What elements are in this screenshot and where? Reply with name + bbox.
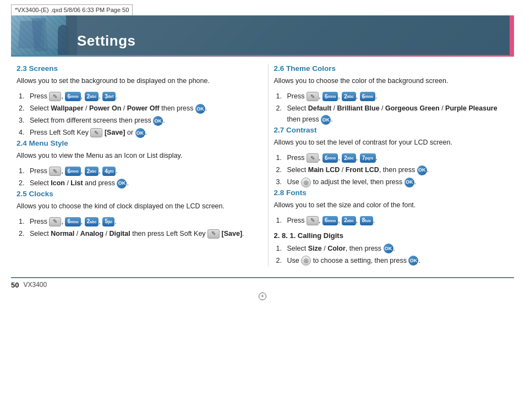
- key-6mno: 6mno: [322, 92, 338, 101]
- section-clocks: 2.5 Clocks Allows you to choose the kind…: [17, 190, 251, 239]
- ok-btn: OK: [408, 256, 418, 266]
- file-info-bar: *VX3400-(E) .qxd 5/8/06 6:33 PM Page 50: [11, 4, 133, 15]
- header-image: Settings: [11, 15, 514, 55]
- section-calling-digits: 2. 8. 1. Calling Digits 1. Select Size /…: [274, 231, 509, 266]
- ok-btn: OK: [384, 244, 393, 253]
- left-column: 2.3 Screens Allows you to set the backgr…: [17, 64, 257, 267]
- right-column: 2.6 Theme Colors Allows you to choose th…: [268, 64, 509, 267]
- section-heading-calling-digits: 2. 8. 1. Calling Digits: [274, 231, 509, 240]
- section-heading-fonts: 2.8 Fonts: [274, 189, 509, 197]
- section-body-menu-style: Allows you to view the Menu as an Icon o…: [17, 151, 251, 161]
- header-title-bar: Settings: [66, 15, 510, 55]
- bottom-registration: [0, 292, 525, 300]
- key-6mno: 6mno: [65, 217, 80, 226]
- section-body-screens: Allows you to set the background to be d…: [17, 76, 251, 86]
- nav-btn: ◎: [301, 178, 311, 187]
- list-item: 3. Select from different screens then pr…: [19, 115, 251, 126]
- key-4ghi: 4ghi: [102, 167, 116, 176]
- page-model: VX3400: [23, 281, 47, 289]
- save-icon: ✎: [90, 128, 102, 137]
- section-heading-contrast: 2.7 Contrast: [274, 126, 509, 134]
- section-body-contrast: Allows you to set the level of contrast …: [274, 137, 509, 148]
- ok-btn: OK: [404, 178, 414, 187]
- section-heading-menu-style: 2.4 Menu Style: [17, 139, 251, 147]
- list-item: 2. Select Default / Brilliant Blue / Gor…: [276, 103, 509, 125]
- page-number: 50: [11, 281, 19, 289]
- menu-icon: ✎: [307, 92, 319, 101]
- list-item: 1. Press ✎, 6mno, 2abc, 5jkl.: [19, 216, 251, 227]
- key-2abc: 2abc: [342, 216, 356, 225]
- key-6mno: 6mno: [65, 92, 80, 101]
- section-menu-style: 2.4 Menu Style Allows you to view the Me…: [17, 139, 251, 189]
- list-item: 4. Press Left Soft Key ✎ [Save] or OK.: [19, 127, 251, 138]
- section-screens: 2.3 Screens Allows you to set the backgr…: [17, 64, 251, 138]
- section-fonts: 2.8 Fonts Allows you to set the size and…: [274, 189, 509, 226]
- key-6mno: 6mno: [322, 216, 338, 225]
- list-item: 2. Select Wallpaper / Power On / Power O…: [19, 103, 251, 114]
- key-5jkl: 5jkl: [102, 217, 114, 226]
- menu-icon: ✎: [49, 167, 61, 176]
- ok-btn: OK: [417, 165, 427, 175]
- ok-btn: OK: [135, 128, 145, 138]
- key-2abc: 2abc: [85, 217, 99, 226]
- section-list-menu-style: 1. Press ✎, 6mno, 2abc, 4ghi. 2. Select …: [19, 165, 251, 189]
- menu-icon: ✎: [307, 216, 319, 225]
- header-accent-bar: [510, 15, 514, 55]
- section-list-screens: 1. Press ✎, 6mno, 2abc, 3def. 2. Select …: [19, 91, 251, 138]
- ok-btn: OK: [153, 116, 163, 126]
- page-title: Settings: [77, 32, 136, 49]
- list-item: 2. Select Icon / List and press OK.: [19, 178, 251, 189]
- section-heading-clocks: 2.5 Clocks: [17, 190, 251, 198]
- page-header: Settings: [11, 15, 514, 55]
- key-7pqrs: 7pqrs: [360, 153, 376, 163]
- section-list-clocks: 1. Press ✎, 6mno, 2abc, 5jkl. 2. Select …: [19, 216, 251, 239]
- nav-btn: ◎: [301, 256, 311, 266]
- ok-btn: OK: [321, 115, 331, 125]
- section-list-calling-digits: 1. Select Size / Color, then press OK. 2…: [276, 243, 509, 266]
- section-body-theme-colors: Allows you to choose the color of the ba…: [274, 76, 509, 86]
- section-contrast: 2.7 Contrast Allows you to set the level…: [274, 126, 509, 187]
- list-item: 1. Press ✎, 6mno, 2abc, 6mno.: [276, 91, 509, 102]
- section-theme-colors: 2.6 Theme Colors Allows you to choose th…: [274, 64, 509, 125]
- key-2abc: 2abc: [342, 92, 356, 101]
- key-8tuv: 8tuv: [360, 216, 373, 225]
- save-icon: ✎: [207, 229, 220, 239]
- menu-icon: ✎: [49, 217, 61, 226]
- list-item: 1. Press ✎, 6mno, 2abc, 8tuv.: [276, 215, 509, 226]
- key-6mno-2: 6mno: [360, 92, 375, 101]
- list-item: 3. Use ◎ to adjust the level, then press…: [276, 176, 509, 187]
- key-3def: 3def: [102, 92, 116, 101]
- key-2abc: 2abc: [85, 167, 99, 176]
- ok-btn: OK: [117, 179, 127, 189]
- menu-icon: ✎: [49, 92, 61, 101]
- list-item: 1. Select Size / Color, then press OK.: [276, 243, 509, 254]
- section-body-clocks: Allows you to choose the kind of clock d…: [17, 201, 251, 212]
- list-item: 2. Use ◎ to choose a setting, then press…: [276, 255, 509, 266]
- section-body-fonts: Allows you to set the size and color of …: [274, 200, 509, 211]
- file-info-text: *VX3400-(E) .qxd 5/8/06 6:33 PM Page 50: [15, 7, 129, 13]
- reg-mark-bottom: [259, 292, 266, 300]
- page-wrapper: *VX3400-(E) .qxd 5/8/06 6:33 PM Page 50 …: [0, 0, 525, 300]
- section-heading-screens: 2.3 Screens: [17, 64, 251, 73]
- main-content: 2.3 Screens Allows you to set the backgr…: [11, 57, 514, 272]
- key-6mno: 6mno: [322, 153, 338, 163]
- section-list-theme-colors: 1. Press ✎, 6mno, 2abc, 6mno. 2. Select …: [276, 91, 509, 125]
- key-2abc: 2abc: [342, 153, 356, 163]
- key-6mno: 6mno: [65, 167, 80, 176]
- page-footer: 50 VX3400: [11, 277, 514, 289]
- list-item: 2. Select Main LCD / Front LCD, then pre…: [276, 164, 509, 175]
- section-heading-theme-colors: 2.6 Theme Colors: [274, 64, 509, 73]
- list-item: 1. Press ✎, 6mno, 2abc, 4ghi.: [19, 165, 251, 176]
- ok-btn: OK: [195, 104, 205, 114]
- key-2abc: 2abc: [85, 92, 99, 101]
- menu-icon: ✎: [307, 153, 319, 163]
- section-list-fonts: 1. Press ✎, 6mno, 2abc, 8tuv.: [276, 215, 509, 226]
- section-list-contrast: 1. Press ✎, 6mno, 2abc, 7pqrs. 2. Select…: [276, 152, 509, 187]
- list-item: 1. Press ✎, 6mno, 2abc, 3def.: [19, 91, 251, 102]
- list-item: 2. Select Normal / Analog / Digital then…: [19, 228, 251, 239]
- list-item: 1. Press ✎, 6mno, 2abc, 7pqrs.: [276, 152, 509, 163]
